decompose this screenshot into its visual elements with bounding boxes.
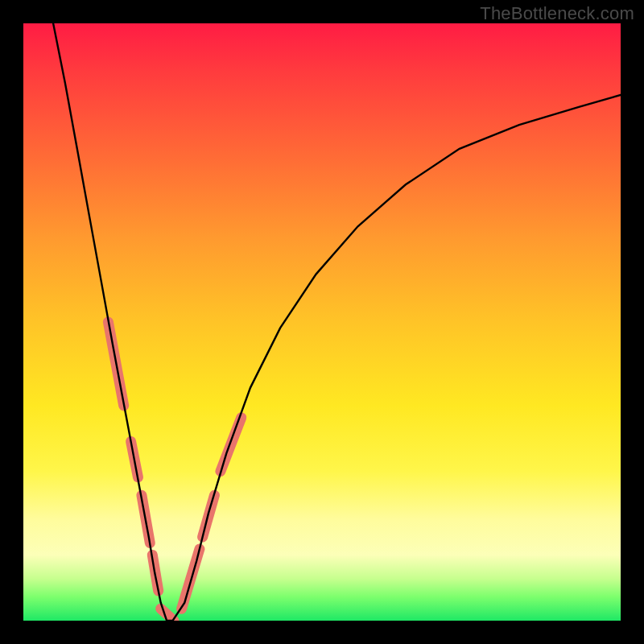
plot-area — [23, 23, 621, 621]
bottleneck-curve — [53, 23, 621, 621]
marker-segment — [221, 418, 242, 472]
marker-segment — [203, 495, 215, 537]
marker-segment — [108, 322, 123, 406]
marker-segment — [182, 549, 200, 609]
chart-svg — [23, 23, 621, 621]
marker-segment — [161, 609, 174, 621]
marker-segment — [131, 441, 138, 477]
watermark-text: TheBottleneck.com — [480, 3, 634, 24]
marker-segment — [142, 495, 150, 543]
marker-segments — [108, 322, 241, 621]
outer-frame: TheBottleneck.com — [0, 0, 644, 644]
marker-segment — [152, 555, 158, 591]
